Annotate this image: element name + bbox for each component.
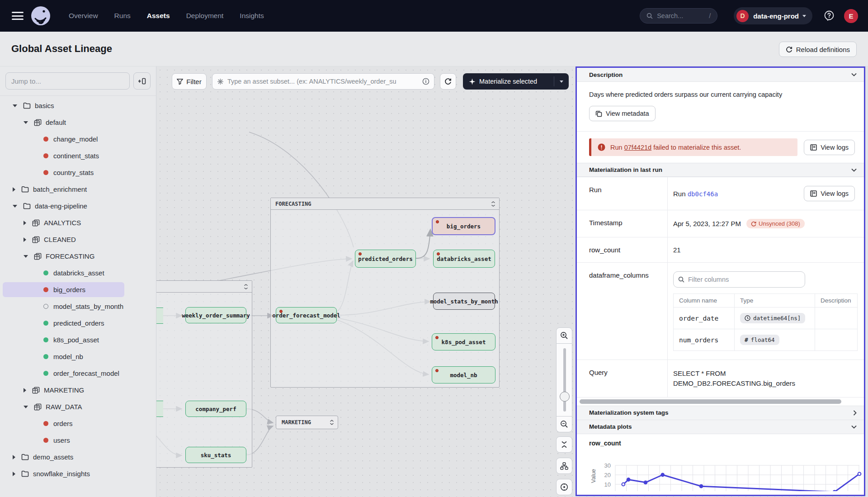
section-header-metadata-plots[interactable]: Metadata plots <box>577 420 864 434</box>
refresh-graph-button[interactable] <box>440 73 456 90</box>
tree-caret-icon[interactable] <box>24 121 28 124</box>
tree-caret-icon[interactable] <box>24 388 26 393</box>
sidebar-item-batch_enrichment[interactable]: batch_enrichment <box>0 181 156 198</box>
zoom-in-button[interactable] <box>556 327 572 344</box>
collapse-all-groups-button[interactable] <box>556 436 572 453</box>
tree-item-label: batch_enrichment <box>33 185 87 193</box>
node-label: predicted_orders <box>358 256 412 262</box>
sidebar-item-ANALYTICS[interactable]: ANALYTICS <box>0 214 156 231</box>
sidebar-item-predicted_orders[interactable]: predicted_orders <box>0 315 156 331</box>
asset-node-weekly_order_summary[interactable]: weekly_order_summary <box>185 307 246 323</box>
collapse-sidebar-button[interactable] <box>133 72 151 90</box>
asset-node-stub[interactable] <box>156 401 163 417</box>
sidebar-item-basics[interactable]: basics <box>0 97 156 114</box>
hamburger-menu-icon[interactable] <box>12 12 24 20</box>
asset-node-order_forecast_model[interactable]: order_forecast_model <box>276 307 337 323</box>
section-header-system-tags[interactable]: Materialization system tags <box>577 406 864 420</box>
sidebar-item-big_orders[interactable]: big_orders <box>0 281 156 298</box>
deployment-switcher[interactable]: D data-eng-prod <box>734 7 812 24</box>
collapsed-group-marketing[interactable]: MARKETING <box>276 416 338 429</box>
asset-node-model_nb[interactable]: model_nb <box>432 366 495 383</box>
dagster-logo[interactable] <box>31 6 51 26</box>
horizontal-scrollbar <box>577 397 864 406</box>
asset-subset-input[interactable]: Type an asset subset... (ex: ANALYTICS/w… <box>212 73 434 90</box>
tree-caret-icon[interactable] <box>24 406 28 408</box>
sidebar-item-k8s_pod_asset[interactable]: k8s_pod_asset <box>0 331 156 348</box>
group-header-left[interactable] <box>156 281 252 293</box>
sidebar-item-country_stats[interactable]: country_stats <box>0 164 156 181</box>
tree-caret-icon[interactable] <box>24 221 26 225</box>
nav-item-runs[interactable]: Runs <box>114 12 131 20</box>
top-navbar: Overview Runs Assets Deployment Insights… <box>0 0 868 32</box>
nav-item-insights[interactable]: Insights <box>240 12 264 20</box>
filter-button[interactable]: Filter <box>172 73 207 90</box>
asset-node-predicted_orders[interactable]: predicted_orders <box>355 250 416 268</box>
tree-caret-icon[interactable] <box>24 237 26 242</box>
unsynced-badge[interactable]: Unsynced (308) <box>746 219 805 228</box>
materialize-dropdown-caret[interactable] <box>554 80 569 83</box>
section-header-description[interactable]: Description <box>577 68 864 82</box>
recenter-view-button[interactable] <box>556 479 572 495</box>
help-button[interactable] <box>823 10 835 22</box>
view-metadata-button[interactable]: View metadata <box>589 106 656 121</box>
view-logs-button-run[interactable]: View logs <box>804 186 855 201</box>
sidebar-item-databricks_asset[interactable]: databricks_asset <box>0 265 156 281</box>
zoom-slider[interactable] <box>556 344 572 416</box>
asset-group-icon <box>32 236 40 243</box>
tree-caret-icon[interactable] <box>13 104 17 107</box>
sidebar-item-snowflake_insights[interactable]: snowflake_insights <box>0 465 156 482</box>
asset-node-model_stats_by_month[interactable]: model_stats_by_month <box>433 293 495 310</box>
failed-run-link[interactable]: 07f4421d <box>624 144 651 151</box>
sidebar-item-model_nb[interactable]: model_nb <box>0 348 156 365</box>
tree-caret-icon[interactable] <box>24 255 28 258</box>
sidebar-item-data-eng-pipeline[interactable]: data-eng-pipeline <box>0 198 156 214</box>
nav-item-assets[interactable]: Assets <box>147 12 170 20</box>
sidebar-item-model_stats_by_month[interactable]: model_stats_by_month <box>0 298 156 315</box>
relayout-graph-button[interactable] <box>556 458 572 474</box>
tree-caret-icon[interactable] <box>13 205 17 208</box>
global-search[interactable]: Search... / <box>640 8 717 24</box>
tree-caret-icon[interactable] <box>13 455 15 459</box>
sidebar-item-default[interactable]: default <box>0 114 156 131</box>
section-header-materialization[interactable]: Materialization in last run <box>577 163 864 177</box>
sidebar-item-continent_stats[interactable]: continent_stats <box>0 147 156 164</box>
sidebar-item-users[interactable]: users <box>0 432 156 449</box>
sidebar-item-CLEANED[interactable]: CLEANED <box>0 231 156 248</box>
sidebar-item-demo_assets[interactable]: demo_assets <box>0 449 156 465</box>
sidebar-item-RAW_DATA[interactable]: RAW_DATA <box>0 398 156 415</box>
asset-node-stub[interactable] <box>156 308 163 324</box>
jump-to-input[interactable] <box>5 72 130 90</box>
scrollbar-thumb[interactable] <box>580 399 841 404</box>
sidebar-item-orders[interactable]: orders <box>0 415 156 432</box>
zoom-out-button[interactable] <box>556 416 572 432</box>
tree-caret-icon[interactable] <box>13 187 15 192</box>
filter-columns-field[interactable] <box>673 271 805 288</box>
asset-status-dot <box>43 337 48 342</box>
asset-node-company_perf[interactable]: company_perf <box>185 401 246 417</box>
tree-caret-icon[interactable] <box>13 472 15 476</box>
sidebar-item-order_forecast_model[interactable]: order_forecast_model <box>0 365 156 382</box>
node-label: model_stats_by_month <box>430 298 498 305</box>
asset-node-k8s_pod_asset[interactable]: k8s_pod_asset <box>432 333 495 350</box>
reload-definitions-button[interactable]: Reload definitions <box>779 42 857 57</box>
asset-node-sku_stats[interactable]: sku_stats <box>185 447 246 463</box>
asset-node-databricks_asset[interactable]: databricks_asset <box>433 250 495 268</box>
group-header-forecasting[interactable]: FORECASTING <box>271 198 499 210</box>
sidebar-item-MARKETING[interactable]: MARKETING <box>0 382 156 398</box>
deployment-name: data-eng-prod <box>753 12 799 20</box>
nav-item-deployment[interactable]: Deployment <box>186 12 224 20</box>
filter-columns-input[interactable] <box>688 276 800 283</box>
run-id-link[interactable]: db0cf46a <box>688 190 718 198</box>
info-icon[interactable] <box>422 78 429 85</box>
materialize-selected-button[interactable]: Materialize selected <box>463 73 569 90</box>
sidebar-item-change_model[interactable]: change_model <box>0 131 156 147</box>
nav-item-overview[interactable]: Overview <box>69 12 98 20</box>
asset-node-big_orders[interactable]: big_orders <box>432 217 495 235</box>
zoom-slider-handle[interactable] <box>560 392 570 402</box>
op-selection-icon <box>217 78 224 85</box>
meta-row-dataframe-columns: dataframe_columns Column name Type Descr… <box>577 262 864 360</box>
view-logs-button-error[interactable]: View logs <box>804 140 855 155</box>
user-avatar[interactable]: E <box>844 9 858 23</box>
sidebar-item-FORECASTING[interactable]: FORECASTING <box>0 248 156 265</box>
asset-group-icon <box>34 403 42 411</box>
